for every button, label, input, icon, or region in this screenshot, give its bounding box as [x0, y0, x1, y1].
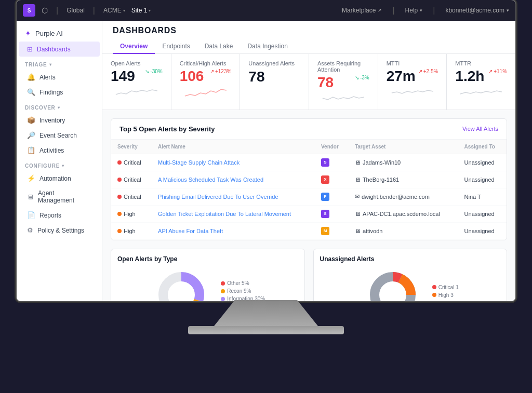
metric-mttr: MTTR 1.2h ↗ +11%	[447, 54, 515, 110]
help-chevron-icon: ▾	[420, 8, 422, 13]
cell-target-3: 🖥 APAC-DC1.apac.scdemo.local	[349, 205, 458, 222]
nav-item-stack-icon[interactable]: ⬡	[42, 6, 48, 15]
vendor-logo-1: X	[321, 175, 329, 184]
unassigned-label: Unassigned Alerts	[248, 60, 300, 66]
dashboard-header: DASHBOARDS Overview Endpoints Data Lake …	[102, 21, 515, 54]
mtti-value: 27m	[387, 69, 416, 85]
sidebar-section-discover: DISCOVER ▾	[17, 100, 102, 113]
alert-link-1[interactable]: A Malicious Scheduled Task Was Created	[158, 177, 263, 183]
discover-chevron-icon: ▾	[58, 105, 60, 110]
tab-endpoints[interactable]: Endpoints	[155, 39, 197, 54]
policy-settings-icon: ⚙	[27, 226, 33, 234]
severity-dot-2	[117, 195, 122, 199]
sidebar-item-policy-settings[interactable]: ⚙ Policy & Settings	[19, 223, 100, 238]
alerts-table: Severity Alert Name Vendor Target Asset …	[111, 140, 507, 240]
sidebar-item-dashboards[interactable]: ⊞ Dashboards	[19, 42, 100, 57]
up-arrow-icon: ↗	[210, 69, 214, 74]
cell-alert-name-3: Golden Ticket Exploitation Due To Latera…	[152, 205, 315, 222]
charts-row: Open Alerts by Type	[102, 249, 515, 301]
acme-chevron-icon: ▾	[123, 8, 125, 13]
cell-assigned-3: Unassigned	[458, 205, 507, 222]
top-navigation: S ⬡ | Global | ACME ▾ Site 1 ▾ Marketpla…	[17, 0, 515, 21]
metric-assets: Assets Requiring Attention 78 ↘ -3%	[309, 54, 378, 110]
metrics-row: Open Alerts 149 ↘ -30%	[102, 54, 515, 110]
sidebar-item-findings[interactable]: 🔍 Findings	[19, 85, 100, 100]
view-all-alerts[interactable]: View All Alerts	[462, 126, 498, 132]
cell-alert-name-2: Phishing Email Delivered Due To User Ove…	[152, 188, 315, 205]
target-icon-2: ✉	[355, 193, 360, 200]
alerts-table-section: Top 5 Open Alerts by Severity View All A…	[111, 118, 507, 240]
sidebar: ✦ Purple AI ⊞ Dashboards TRIAGE ▾ 🔔 Aler…	[17, 21, 102, 301]
cell-severity-0: Critical	[111, 154, 152, 171]
vendor-logo-2: P	[321, 193, 329, 201]
cell-assigned-0: Unassigned	[458, 154, 507, 171]
mttr-arrow-icon: ↗	[488, 69, 493, 74]
mttr-value: 1.2h	[455, 69, 484, 85]
sidebar-item-inventory[interactable]: 📦 Inventory	[19, 113, 100, 128]
critical-high-label: Critical/High Alerts	[180, 60, 232, 66]
alert-link-0[interactable]: Multi-Stage Supply Chain Attack	[158, 159, 240, 166]
nav-site1[interactable]: Site 1 ▾	[131, 7, 151, 14]
cell-vendor-0: S	[315, 154, 349, 171]
nav-separator-4: |	[433, 6, 435, 15]
sidebar-item-agent-management[interactable]: 🖥 Agent Management	[19, 186, 100, 208]
configure-chevron-icon: ▾	[62, 164, 64, 168]
sidebar-item-alerts[interactable]: 🔔 Alerts	[19, 70, 100, 85]
nav-marketplace[interactable]: Marketplace ↗	[342, 7, 382, 14]
vendor-logo-0: S	[321, 158, 329, 167]
mtti-label: MTTI	[387, 60, 438, 66]
chart-unassigned-alerts: Unassigned Alerts	[313, 249, 508, 301]
external-link-icon: ↗	[378, 8, 382, 13]
nav-help[interactable]: Help ▾	[405, 7, 423, 14]
dashboards-icon: ⊞	[27, 45, 33, 53]
tab-data-ingestion[interactable]: Data Ingestion	[240, 39, 295, 54]
mttr-label: MTTR	[455, 60, 507, 66]
col-alert-name: Alert Name	[152, 140, 315, 154]
severity-dot-1	[117, 178, 122, 182]
assets-arrow-icon: ↘	[355, 75, 359, 80]
assets-label: Assets Requiring Attention	[317, 60, 369, 73]
mtti-arrow-icon: ↗	[418, 69, 422, 74]
nav-right-section: Marketplace ↗ | Help ▾ | kbonnett@acme.c…	[342, 6, 509, 15]
tab-data-lake[interactable]: Data Lake	[197, 39, 241, 54]
legend-other-dot	[221, 281, 225, 286]
table-row: High Golden Ticket Exploitation Due To L…	[111, 205, 507, 222]
metric-open-alerts: Open Alerts 149 ↘ -30%	[102, 54, 171, 110]
sidebar-item-event-search[interactable]: 🔎 Event Search	[19, 128, 100, 143]
nav-global[interactable]: Global	[66, 7, 85, 14]
alert-link-2[interactable]: Phishing Email Delivered Due To User Ove…	[158, 194, 278, 200]
alert-link-3[interactable]: Golden Ticket Exploitation Due To Latera…	[158, 211, 291, 217]
legend-high-dot	[432, 293, 436, 297]
automation-icon: ⚡	[27, 174, 35, 182]
tab-overview[interactable]: Overview	[113, 39, 155, 54]
sidebar-purple-ai[interactable]: ✦ Purple AI	[17, 25, 102, 42]
sidebar-item-reports[interactable]: 📄 Reports	[19, 208, 100, 223]
nav-acme[interactable]: ACME ▾	[103, 7, 125, 14]
cell-alert-name-0: Multi-Stage Supply Chain Attack	[152, 154, 315, 171]
sidebar-item-automation[interactable]: ⚡ Automation	[19, 171, 100, 186]
app-logo: S	[23, 4, 35, 17]
cell-alert-name-4: API Abuse For Data Theft	[152, 222, 315, 239]
alerts-table-title: Top 5 Open Alerts by Severity	[119, 125, 215, 133]
vendor-logo-3: S	[321, 210, 329, 218]
target-icon-4: 🖥	[355, 228, 361, 234]
reports-icon: 📄	[27, 211, 35, 219]
mttr-change: ↗ +11%	[488, 69, 507, 74]
sidebar-item-activities[interactable]: 📋 Activities	[19, 143, 100, 158]
findings-icon: 🔍	[27, 88, 35, 96]
col-target-asset: Target Asset	[349, 140, 458, 154]
cell-assigned-4: Unassigned	[458, 222, 507, 239]
cell-target-2: ✉ dwight.bender@acme.com	[349, 188, 458, 205]
table-row: Critical A Malicious Scheduled Task Was …	[111, 171, 507, 188]
event-search-icon: 🔎	[27, 131, 35, 139]
sidebar-section-configure: CONFIGURE ▾	[17, 158, 102, 171]
critical-high-value: 106	[180, 69, 204, 85]
alert-link-4[interactable]: API Abuse For Data Theft	[158, 228, 223, 234]
table-row: Critical Multi-Stage Supply Chain Attack…	[111, 154, 507, 171]
cell-assigned-1: Unassigned	[458, 171, 507, 188]
legend-critical-dot	[432, 285, 436, 289]
open-alerts-value: 149	[111, 69, 135, 85]
nav-user[interactable]: kbonnett@acme.com ▾	[445, 7, 509, 14]
monitor-base	[188, 326, 344, 334]
monitor-stand	[214, 300, 318, 326]
